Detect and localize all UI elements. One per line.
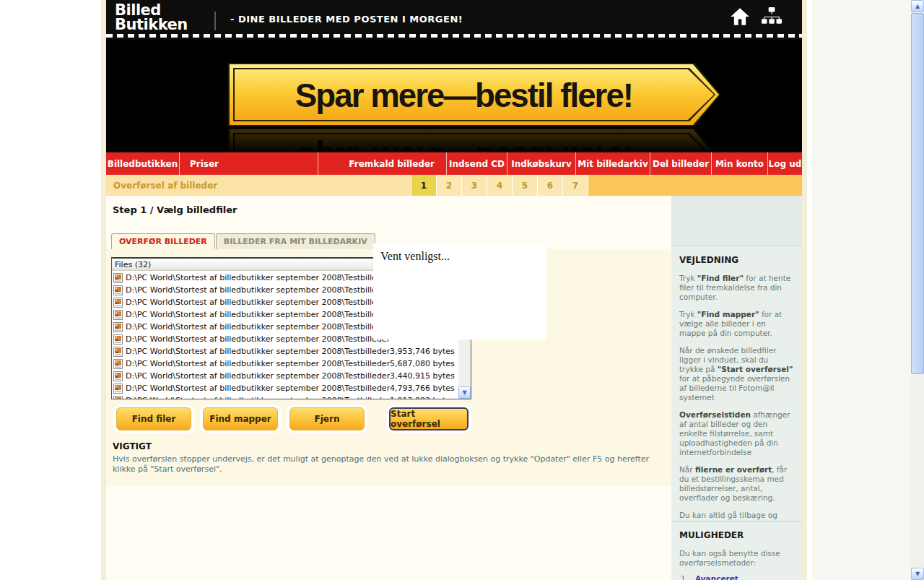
scroll-down-icon[interactable]: ▼ xyxy=(458,386,471,399)
page-title: Step 1 / Vælg billedfiler xyxy=(113,204,237,215)
guide-section: VEJLEDNING Tryk "Find filer" for at hent… xyxy=(671,246,802,521)
file-row[interactable]: D:\PC World\Stortest af billedbutikker s… xyxy=(112,370,458,382)
options-heading: MULIGHEDER xyxy=(679,530,794,540)
logo-line2: Butikken xyxy=(115,17,188,32)
step-2[interactable]: 2 xyxy=(436,175,461,196)
nav-item-min-konto[interactable]: Min konto xyxy=(712,152,768,175)
find-files-button[interactable]: Find filer xyxy=(116,407,191,430)
find-folders-button[interactable]: Find mapper xyxy=(203,407,278,430)
important-note: VIGTIGT Hvis overførslen stopper underve… xyxy=(113,441,674,475)
scrollbar-thumb[interactable] xyxy=(911,13,924,374)
logo-divider xyxy=(214,12,216,30)
page-container: Billed Butikken - DINE BILLEDER MED POST… xyxy=(101,0,807,580)
page-scrollbar[interactable]: ▲ ▼ xyxy=(911,0,924,580)
guide-heading: VEJLEDNING xyxy=(679,255,794,265)
guide-paragraph: Når de ønskede billedfiler ligger i vind… xyxy=(679,346,794,402)
promo-banner[interactable]: Spar mere—bestil flere! Spar mere—bestil… xyxy=(106,40,802,152)
file-row[interactable]: D:\PC World\Stortest af billedbutikker s… xyxy=(112,358,458,370)
step-3[interactable]: 3 xyxy=(461,175,487,196)
filmstrip-divider xyxy=(106,34,802,38)
guide-paragraph: Du kan altid gå tilbage og overføre fler… xyxy=(679,511,794,521)
image-file-icon xyxy=(113,322,124,332)
scroll-up-icon[interactable]: ▲ xyxy=(911,0,924,12)
banner-arrow-sign: Spar mere—bestil flere! xyxy=(228,63,720,126)
nav-item-indkobskurv[interactable]: Indkøbskurv xyxy=(507,152,576,175)
step-4[interactable]: 4 xyxy=(487,175,512,196)
nav-item-priser[interactable]: Priser xyxy=(180,152,318,175)
nav-item-indsend-cd[interactable]: Indsend CD xyxy=(447,152,507,175)
upload-tabs: OVERFØR BILLEDER BILLEDER FRA MIT BILLED… xyxy=(111,233,375,249)
step-6[interactable]: 6 xyxy=(537,175,562,196)
main-nav: Billedbutikken Priser Fremkald billeder … xyxy=(106,152,802,175)
please-wait-text: Vent venligst... xyxy=(380,250,450,262)
image-file-icon xyxy=(113,285,124,295)
options-section: MULIGHEDER Du kan også benytte disse ove… xyxy=(671,521,802,580)
banner-text: Spar mere—bestil flere! xyxy=(235,63,713,126)
remove-button[interactable]: Fjern xyxy=(289,407,365,430)
tab-billeder-fra-arkiv[interactable]: BILLEDER FRA MIT BILLEDARKIV xyxy=(216,233,375,249)
right-gutter xyxy=(812,0,911,580)
image-file-icon xyxy=(113,347,124,357)
banner-reflection-fade xyxy=(225,128,723,152)
file-row[interactable]: D:\PC World\Stortest af billedbutikker s… xyxy=(112,394,458,399)
guide-paragraph: Overførselstiden afhænger af antal bille… xyxy=(679,410,794,457)
logo-line1: Billed xyxy=(115,3,188,17)
guide-paragraph: Tryk "Find mapper" for at vælge alle bil… xyxy=(679,310,794,338)
image-file-icon xyxy=(113,298,124,308)
sitemap-icon[interactable] xyxy=(762,7,782,26)
nav-item-fremkald-billeder[interactable]: Fremkald billeder xyxy=(318,152,447,175)
options-item-number: 1. xyxy=(679,574,695,580)
advanced-link[interactable]: Avanceret xyxy=(695,574,738,580)
guide-paragraphs: Tryk "Find filer" for at hente filer til… xyxy=(679,274,794,521)
image-file-icon xyxy=(113,384,124,394)
tab-overfor-billeder[interactable]: OVERFØR BILLEDER xyxy=(111,233,215,249)
please-wait-overlay: Vent venligst... xyxy=(373,243,546,339)
nav-item-billedbutikken[interactable]: Billedbutikken xyxy=(106,152,180,175)
nav-item-log-ud[interactable]: Log ud xyxy=(768,152,802,175)
site-header: Billed Butikken - DINE BILLEDER MED POST… xyxy=(106,0,802,40)
site-logo[interactable]: Billed Butikken xyxy=(115,3,188,32)
scroll-down-icon[interactable]: ▼ xyxy=(911,568,924,580)
image-file-icon xyxy=(113,310,124,320)
nav-item-mit-billedarkiv[interactable]: Mit billedarkiv xyxy=(576,152,650,175)
guide-paragraph: Tryk "Find filer" for at hente filer til… xyxy=(679,274,794,302)
image-file-icon xyxy=(113,334,124,345)
nav-item-del-billeder[interactable]: Del billeder xyxy=(650,152,712,175)
help-sidebar: VEJLEDNING Tryk "Find filer" for at hent… xyxy=(671,196,802,580)
important-heading: VIGTIGT xyxy=(113,441,674,451)
image-file-icon xyxy=(113,396,124,399)
file-row[interactable]: D:\PC World\Stortest af billedbutikker s… xyxy=(112,345,458,358)
home-icon[interactable] xyxy=(730,7,750,26)
file-row[interactable]: D:\PC World\Stortest af billedbutikker s… xyxy=(112,382,458,394)
browser-viewport: Billed Butikken - DINE BILLEDER MED POST… xyxy=(0,0,924,580)
step-bar-filler xyxy=(588,175,802,196)
action-buttons: Find filer Find mapper Fjern Start overf… xyxy=(116,407,468,430)
step-progress-bar: Overførsel af billeder 1 2 3 4 5 6 7 xyxy=(106,175,802,196)
header-tagline: - DINE BILLEDER MED POSTEN I MORGEN! xyxy=(230,14,463,25)
step-1[interactable]: 1 xyxy=(411,175,436,196)
sidebar-top-box xyxy=(671,196,802,246)
options-intro: Du kan også benytte disse overførselsmet… xyxy=(679,549,794,568)
step-7[interactable]: 7 xyxy=(562,175,588,196)
step-5[interactable]: 5 xyxy=(512,175,537,196)
step-bar-title: Overførsel af billeder xyxy=(106,175,411,196)
important-text: Hvis overførslen stopper undervejs, er d… xyxy=(113,454,674,475)
image-file-icon xyxy=(113,273,124,283)
image-file-icon xyxy=(113,371,124,381)
image-file-icon xyxy=(113,359,124,369)
guide-paragraph: Når filerne er overført, får du et besti… xyxy=(679,465,794,503)
start-upload-button[interactable]: Start overførsel xyxy=(389,407,468,430)
